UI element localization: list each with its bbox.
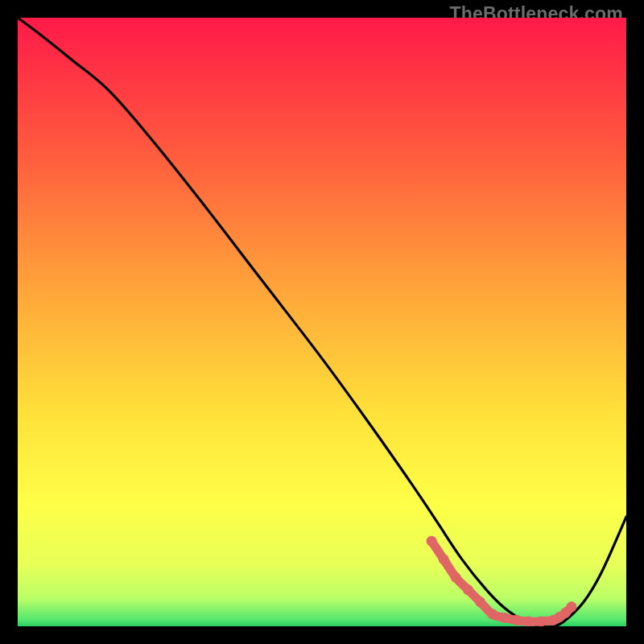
optimal-range-point bbox=[536, 616, 547, 626]
optimal-range-point bbox=[439, 554, 449, 564]
optimal-range-point bbox=[524, 616, 535, 626]
optimal-range-point bbox=[566, 601, 576, 612]
optimal-range-point bbox=[475, 597, 485, 607]
optimal-range-point bbox=[511, 615, 522, 625]
optimal-range-point bbox=[499, 613, 510, 623]
gradient-background bbox=[18, 18, 626, 626]
optimal-range-point bbox=[427, 536, 437, 547]
optimal-range-point bbox=[451, 572, 461, 583]
optimal-range-point bbox=[463, 584, 473, 595]
bottleneck-chart bbox=[18, 18, 626, 626]
chart-container bbox=[18, 18, 626, 626]
optimal-range-point bbox=[487, 609, 497, 619]
